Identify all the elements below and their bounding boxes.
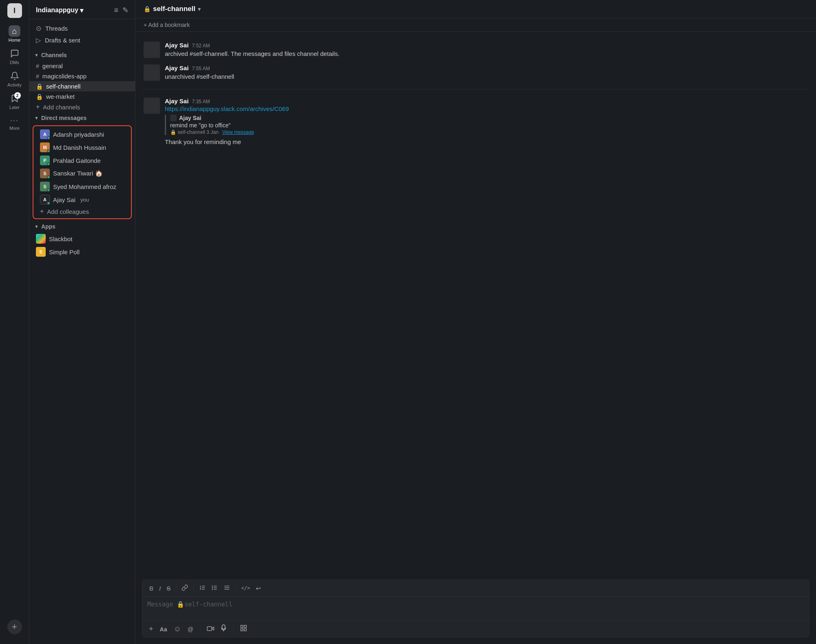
online-indicator — [47, 136, 50, 139]
msg-content-1: Ajay Sai 7:52 AM archived #self-channell… — [165, 42, 808, 58]
dm-item-adarsh[interactable]: A Adarsh priyadarshi — [33, 128, 131, 141]
later-badge: 2 — [14, 92, 21, 99]
italic-button[interactable]: I — [157, 584, 163, 593]
dm-name-prahlad: Prahlad Gaitonde — [53, 157, 101, 164]
simplepoll-name: Simple Poll — [49, 249, 80, 255]
hash-icon-2: # — [36, 73, 39, 80]
svg-rect-12 — [207, 627, 212, 631]
dm-item-prahlad[interactable]: P Prahlad Gaitonde — [33, 154, 131, 167]
bottom-separator-2 — [233, 625, 233, 633]
link-button[interactable] — [180, 583, 190, 593]
bottom-separator-1 — [200, 625, 200, 633]
dm-section-header[interactable]: ▼ Direct messages — [29, 112, 135, 124]
dm-item-ajay[interactable]: A Ajay Sai you — [33, 193, 131, 206]
bold-button[interactable]: B — [147, 584, 155, 593]
dm-item-sanskar[interactable]: S Sanskar Tiwari 🏠 — [33, 167, 131, 180]
channels-list: # general # magicslides-app 🔒 self-chann… — [29, 61, 135, 112]
app-slackbot[interactable]: Slackbot — [29, 232, 135, 245]
more-actions-button[interactable] — [238, 624, 249, 635]
toolbar-separator-3 — [235, 584, 236, 592]
msg-header-1: Ajay Sai 7:52 AM — [165, 42, 808, 49]
add-colleagues-label: Add colleagues — [47, 208, 89, 215]
dm-avatar-sanskar: S — [40, 169, 50, 178]
quoted-text: remind me "go to office" — [170, 122, 808, 129]
dm-name-ajay: Ajay Sai — [53, 196, 75, 203]
message-group-2: Ajay Sai 7:55 AM unarchived #self-channe… — [144, 61, 808, 84]
threads-label: Threads — [45, 25, 68, 32]
channel-item-general[interactable]: # general — [29, 61, 135, 71]
sidebar-header-actions: ≡ ✎ — [114, 6, 129, 15]
activity-icon — [10, 71, 19, 82]
dm-header-label: Direct messages — [41, 115, 86, 121]
drafts-icon: ▷ — [36, 36, 41, 44]
svg-rect-15 — [241, 625, 243, 627]
view-message-link[interactable]: View message — [222, 129, 254, 135]
emoji-button[interactable]: ☺ — [172, 624, 182, 634]
svg-point-8 — [212, 589, 213, 589]
dm-item-danish[interactable]: M Md Danish Hussain — [33, 141, 131, 154]
mention-button[interactable]: @ — [186, 625, 195, 633]
format-text-button[interactable]: Aa — [158, 625, 169, 633]
more-format-button[interactable]: ↩ — [254, 584, 263, 593]
filter-icon[interactable]: ≡ — [114, 6, 118, 15]
dms-icon — [10, 49, 19, 59]
message-text-input[interactable] — [142, 597, 809, 620]
online-indicator-5 — [47, 189, 50, 191]
indent-button[interactable] — [222, 583, 232, 593]
more-dots-icon: ··· — [10, 116, 19, 125]
dm-you-label: you — [80, 197, 89, 203]
dm-name-danish: Md Danish Hussain — [53, 144, 106, 151]
msg-text-2: unarchived #self-channell — [165, 72, 808, 81]
dm-item-syed[interactable]: S Syed Mohammed afroz — [33, 180, 131, 193]
channel-name-general: general — [42, 62, 63, 69]
quoted-message: Ajay Sai remind me "go to office" 🔒 self… — [165, 115, 808, 135]
ordered-list-button[interactable] — [197, 583, 208, 593]
unordered-list-button[interactable] — [209, 583, 220, 593]
bookmark-label: + Add a bookmark — [144, 22, 190, 28]
video-button[interactable] — [205, 624, 216, 634]
nav-later[interactable]: 2 Later — [2, 91, 27, 112]
chat-header-title[interactable]: 🔒 self-channell ▾ — [144, 5, 201, 13]
app-simplepoll[interactable]: S Simple Poll — [29, 245, 135, 258]
nav-home[interactable]: ⌂ Home — [2, 23, 27, 45]
message-divider — [144, 89, 808, 89]
nav-more[interactable]: ··· More — [7, 114, 22, 133]
quoted-channel-icon: 🔒 — [170, 129, 176, 135]
channel-name-we-market: we-market — [46, 93, 75, 100]
msg-avatar-2 — [144, 64, 160, 81]
dm-name-syed: Syed Mohammed afroz — [53, 183, 116, 190]
add-colleagues-item[interactable]: + Add colleagues — [33, 206, 131, 217]
nav-more-label: More — [9, 126, 20, 131]
threads-item[interactable]: ⊙ Threads — [29, 22, 135, 34]
channels-section-header[interactable]: ▼ Channels — [29, 49, 135, 61]
channel-item-self-channell[interactable]: 🔒 self-channell — [29, 81, 135, 91]
workspace-icon[interactable]: I — [7, 3, 22, 18]
msg-link[interactable]: https://indianappguy.slack.com/archives/… — [165, 105, 289, 112]
msg-avatar-1 — [144, 42, 160, 58]
channel-item-magicslides[interactable]: # magicslides-app — [29, 71, 135, 81]
add-attachment-button[interactable]: + — [147, 624, 155, 634]
channel-item-we-market[interactable]: 🔒 we-market — [29, 91, 135, 102]
svg-point-7 — [212, 587, 213, 588]
nav-dms-label: DMs — [10, 60, 19, 65]
message-input-area: B I S — [142, 580, 809, 637]
channels-header-label: Channels — [41, 52, 67, 58]
toolbar-separator-2 — [193, 584, 194, 592]
nav-dms[interactable]: DMs — [2, 47, 27, 67]
dm-avatar-syed: S — [40, 182, 50, 191]
code-button[interactable]: </> — [239, 584, 252, 592]
strikethrough-button[interactable]: S — [164, 584, 173, 593]
channel-title: self-channell — [153, 5, 195, 13]
drafts-item[interactable]: ▷ Drafts & sent — [29, 34, 135, 46]
workspace-name[interactable]: Indianappguy ▾ — [36, 7, 83, 14]
msg-avatar-3 — [144, 98, 160, 114]
compose-icon[interactable]: ✎ — [122, 6, 129, 15]
add-workspace-button[interactable]: + — [7, 620, 22, 634]
apps-section-header[interactable]: ▼ Apps — [29, 221, 135, 232]
bookmark-bar[interactable]: + Add a bookmark — [135, 18, 816, 32]
nav-activity[interactable]: Activity — [2, 69, 27, 90]
audio-button[interactable] — [219, 624, 228, 635]
svg-rect-13 — [222, 625, 225, 629]
dm-avatar-ajay: A — [40, 195, 50, 204]
add-channels-item[interactable]: + Add channels — [29, 102, 135, 112]
